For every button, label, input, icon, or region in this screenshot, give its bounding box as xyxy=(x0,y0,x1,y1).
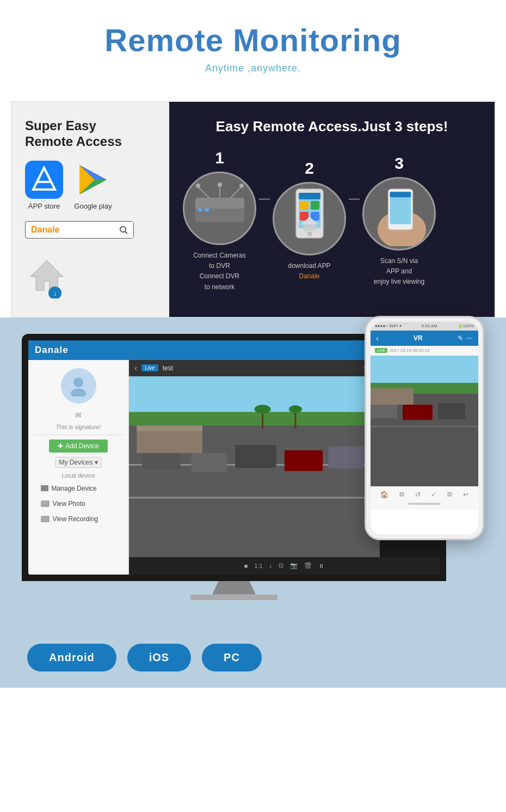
phone-video-area xyxy=(371,356,478,486)
live-badge: Live xyxy=(141,364,158,371)
app-sidebar: ✉ This is signature! ✚ Add Device My Dev… xyxy=(28,360,129,575)
phone-live-badge: LIVE xyxy=(375,348,387,353)
phone-more-icon[interactable]: ⋯ xyxy=(466,334,473,342)
phone-refresh-icon[interactable]: ↺ xyxy=(415,491,421,498)
svg-rect-19 xyxy=(198,209,202,211)
sidebar-divider xyxy=(33,435,124,435)
monitor-stand xyxy=(212,581,256,595)
hand-shape xyxy=(365,535,484,616)
svg-rect-45 xyxy=(285,450,323,471)
phone-home-icon[interactable]: 🏠 xyxy=(380,491,388,498)
view-photo-item[interactable]: View Photo xyxy=(38,498,118,509)
stop-btn[interactable]: ■ xyxy=(244,563,248,569)
back-arrow-icon[interactable]: ‹ xyxy=(134,363,137,373)
dropdown-arrow-icon: ▾ xyxy=(95,459,98,466)
svg-rect-48 xyxy=(137,425,202,431)
view-recording-item[interactable]: View Recording xyxy=(38,514,118,524)
photo-icon xyxy=(41,500,50,507)
pause-btn[interactable]: ⏸ xyxy=(318,563,324,569)
step-2-image xyxy=(273,182,346,255)
svg-rect-41 xyxy=(129,497,380,498)
page-title: Remote Monitoring xyxy=(11,22,495,58)
step-2: 2 xyxy=(273,159,346,282)
camera-btn[interactable]: 📷 xyxy=(290,562,298,569)
manage-icon xyxy=(41,485,48,491)
svg-line-13 xyxy=(198,187,209,198)
android-button[interactable]: Android xyxy=(27,644,116,671)
page-subtitle: Anytime ,anywhere. xyxy=(11,63,495,74)
phone-title: VR xyxy=(382,334,454,342)
app-store-label: APP store xyxy=(28,202,60,210)
search-button[interactable] xyxy=(114,222,133,238)
phone-status-bar: LIVE 2017.05.19 08:55:23 xyxy=(371,346,478,356)
google-play-icon[interactable] xyxy=(74,161,112,199)
svg-point-50 xyxy=(255,405,271,413)
svg-point-52 xyxy=(289,405,302,413)
phone-outer: ●●●●○ WiFi ▾ 9:50 AM 🔋100% ‹ VR ✎ ⋯ LIVE xyxy=(365,316,484,540)
svg-point-28 xyxy=(307,231,312,236)
step-2-orange: Danale xyxy=(299,272,319,280)
my-devices-label: My Devices xyxy=(59,459,92,466)
search-bar-text: Danale xyxy=(26,222,114,238)
svg-line-7 xyxy=(125,231,127,234)
crop-btn[interactable]: ⊡ xyxy=(279,562,283,569)
sidebar-avatar xyxy=(61,368,96,404)
phone-home-indicator xyxy=(408,503,441,505)
google-play-label: Google play xyxy=(74,202,112,210)
video-feed-inner xyxy=(129,376,380,557)
pc-button[interactable]: PC xyxy=(202,644,262,671)
step-3-number: 3 xyxy=(394,154,404,173)
manage-device-item[interactable]: Manage Device xyxy=(38,483,118,494)
left-panel: Super Easy Remote Access APP store xyxy=(11,102,169,317)
google-play-wrap: Google play xyxy=(74,161,112,210)
view-recording-label: View Recording xyxy=(52,515,98,523)
phone-back-btn-icon[interactable]: ↩ xyxy=(463,491,468,498)
phone-top-bar: ‹ VR ✎ ⋯ xyxy=(371,331,478,346)
app-icons-row: APP store Google play xyxy=(25,161,156,210)
home-icon-wrap: ↓ xyxy=(25,255,69,301)
ios-button[interactable]: iOS xyxy=(127,644,191,671)
header-section: Remote Monitoring Anytime ,anywhere. xyxy=(0,0,506,85)
phone-bottom-bar: 🏠 ⚙ ↺ ✓ ⚙ ↩ xyxy=(371,486,478,509)
svg-rect-44 xyxy=(235,444,276,467)
phone-edit-icon[interactable]: ✎ xyxy=(458,334,463,342)
view-photo-label: View Photo xyxy=(52,500,85,508)
fit-btn[interactable]: ↕ xyxy=(269,563,273,569)
step-3-image xyxy=(362,177,436,251)
recording-icon xyxy=(41,516,50,522)
phone-check-icon[interactable]: ✓ xyxy=(431,491,436,498)
app-brand: Danale xyxy=(35,345,69,356)
phone-wrap: ●●●●○ WiFi ▾ 9:50 AM 🔋100% ‹ VR ✎ ⋯ LIVE xyxy=(365,316,484,616)
svg-point-6 xyxy=(120,227,126,232)
phone-icons-right: ✎ ⋯ xyxy=(458,334,473,342)
svg-rect-12 xyxy=(195,198,244,209)
content-device-name: test xyxy=(163,364,173,372)
app-store-wrap: APP store xyxy=(25,161,63,210)
house-icon: ↓ xyxy=(25,255,69,298)
step-1-desc: Connect Cameras to DVR Connect DVR to ne… xyxy=(193,251,246,292)
manage-device-label: Manage Device xyxy=(51,485,96,492)
desktop-section: Danale ✉ xyxy=(0,318,506,627)
add-device-label: Add Device xyxy=(65,442,98,450)
app-store-icon[interactable] xyxy=(25,161,63,199)
monitor-base xyxy=(190,595,277,600)
right-panel: Easy Remote Access.Just 3 steps! 1 xyxy=(169,102,495,317)
search-bar[interactable]: Danale xyxy=(25,221,134,239)
phone-config-icon[interactable]: ⚙ xyxy=(447,491,453,498)
phone-back-icon[interactable]: ‹ xyxy=(376,334,379,343)
ratio-btn[interactable]: 1:1 xyxy=(254,563,262,569)
my-devices-menu[interactable]: My Devices ▾ xyxy=(55,457,101,468)
phone-settings-icon[interactable]: ⚙ xyxy=(399,491,405,498)
svg-rect-20 xyxy=(205,209,209,211)
step-2-number: 2 xyxy=(305,159,314,178)
top-panel: Super Easy Remote Access APP store xyxy=(11,101,495,318)
svg-rect-34 xyxy=(390,192,411,197)
record-btn[interactable]: 🎬 xyxy=(304,562,312,569)
svg-marker-8 xyxy=(30,260,63,290)
svg-rect-43 xyxy=(192,453,227,472)
add-icon: ✚ xyxy=(58,442,63,450)
arrow-1: — xyxy=(259,192,270,205)
add-device-button[interactable]: ✚ Add Device xyxy=(49,439,107,453)
step-1-number: 1 xyxy=(215,149,224,167)
svg-point-16 xyxy=(196,184,200,188)
